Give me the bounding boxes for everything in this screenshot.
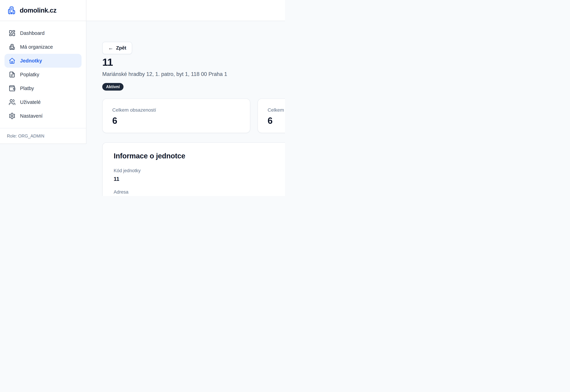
- page-header-row: ← Zpět Roční přehled Upravit: [102, 42, 285, 54]
- field-address: Adresa Mariánské hradby 12, 1. patro, by…: [114, 189, 285, 196]
- status-badge: Aktivní: [102, 83, 123, 91]
- brand-logo[interactable]: domolink.cz: [0, 0, 86, 21]
- document-icon: [9, 71, 15, 78]
- field-label: Adresa: [114, 189, 285, 195]
- stat-card-fees: Celkem poplatků 6: [257, 98, 285, 133]
- page-title: 11: [102, 56, 285, 68]
- unit-info-title: Informace o jednotce: [114, 152, 285, 160]
- sidebar-item-dashboard[interactable]: Dashboard: [4, 26, 82, 40]
- main-content: ← Zpět Roční přehled Upravit 11 Mariánsk…: [86, 21, 285, 196]
- sidebar-item-label: Platby: [20, 85, 34, 91]
- stat-label: Celkem poplatků: [268, 107, 285, 113]
- sidebar-item-label: Poplatky: [20, 72, 39, 77]
- building-icon: [7, 6, 16, 15]
- arrow-left-icon: ←: [108, 45, 113, 51]
- field-value: 11: [114, 176, 285, 182]
- stat-card-occupancies: Celkem obsazeností 6: [102, 98, 250, 133]
- field-unit-code: Kód jednotky 11: [114, 168, 285, 182]
- sidebar: DashboardMá organizaceJednotkyPoplatkyPl…: [0, 21, 86, 144]
- sidebar-item-label: Má organizace: [20, 44, 53, 50]
- stat-value: 6: [268, 116, 285, 125]
- stats-row: Celkem obsazeností 6 Celkem poplatků 6 C…: [102, 98, 285, 133]
- unit-address: Mariánské hradby 12, 1. patro, byt 1, 11…: [102, 71, 285, 77]
- stat-label: Celkem obsazeností: [112, 107, 240, 113]
- sidebar-item-label: Dashboard: [20, 30, 45, 36]
- gear-icon: [9, 112, 15, 119]
- sidebar-item-organization[interactable]: Má organizace: [4, 40, 82, 54]
- shell: DashboardMá organizaceJednotkyPoplatkyPl…: [0, 21, 285, 196]
- home-icon: [9, 57, 15, 64]
- users-icon: [9, 99, 15, 106]
- sidebar-item-label: Jednotky: [20, 58, 42, 64]
- app-root: domolink.cz Rezidence Hradčany Jan Novák…: [0, 0, 285, 196]
- sidebar-item-label: Nastavení: [20, 113, 43, 119]
- building-icon: [9, 43, 15, 50]
- topbar: domolink.cz Rezidence Hradčany Jan Novák…: [0, 0, 285, 21]
- sidebar-item-users[interactable]: Uživatelé: [4, 95, 82, 109]
- sidebar-item-payments[interactable]: Platby: [4, 82, 82, 95]
- sidebar-item-settings[interactable]: Nastavení: [4, 109, 82, 123]
- unit-info-card: Informace o jednotce Kód jednotky 11 Adr…: [102, 142, 285, 196]
- field-label: Kód jednotky: [114, 168, 285, 173]
- back-button-label: Zpět: [116, 45, 126, 51]
- sidebar-item-units[interactable]: Jednotky: [4, 54, 82, 68]
- sidebar-item-label: Uživatelé: [20, 99, 41, 105]
- stat-value: 6: [112, 116, 240, 125]
- back-button[interactable]: ← Zpět: [102, 42, 132, 54]
- brand-text: domolink.cz: [20, 7, 57, 14]
- wallet-icon: [9, 85, 15, 92]
- role-label: Role: ORG_ADMIN: [0, 128, 86, 139]
- sidebar-nav: DashboardMá organizaceJednotkyPoplatkyPl…: [0, 21, 86, 123]
- dashboard-icon: [9, 30, 15, 37]
- sidebar-item-fees[interactable]: Poplatky: [4, 68, 82, 82]
